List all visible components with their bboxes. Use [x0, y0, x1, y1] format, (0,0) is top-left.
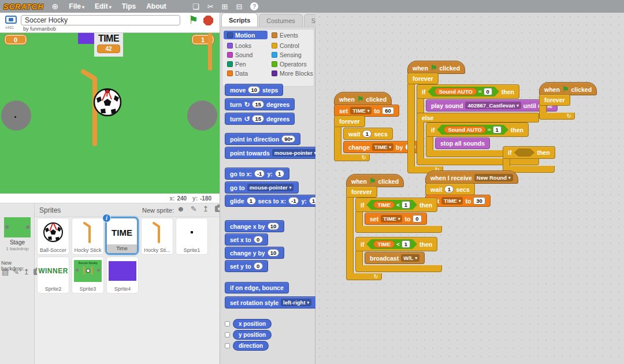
if-header[interactable]: if Sound AUTO = 0 then — [417, 84, 519, 99]
right-hockey-stick-sprite[interactable] — [208, 33, 212, 70]
checkbox[interactable] — [225, 321, 230, 326]
var-dropdown[interactable]: TIME▾ — [381, 215, 402, 222]
if-header[interactable]: if Sound AUTO = 1 then — [426, 122, 529, 137]
block-go-to[interactable]: go to mouse-pointer▾ — [225, 181, 299, 194]
script-time-check[interactable]: when ⚑ clicked forever if TIME < 1 then — [346, 174, 442, 280]
variable-pill[interactable]: TIME — [373, 201, 395, 209]
script-empty-if[interactable]: if then — [503, 147, 555, 173]
block-move[interactable]: move 10 steps — [225, 84, 283, 96]
num-input[interactable]: 30 — [473, 197, 485, 205]
project-title-input[interactable] — [21, 15, 180, 25]
block-go-to-xy[interactable]: go to x: -1 y: 1 — [225, 168, 289, 180]
block-turn-ccw[interactable]: turn ↺ 15 degrees — [225, 113, 295, 125]
num-input[interactable]: 0 — [254, 236, 263, 243]
checkbox[interactable] — [225, 343, 230, 348]
category-operators[interactable]: Operators — [272, 61, 307, 68]
if-header[interactable]: if TIME < 1 then — [355, 198, 437, 212]
sprite-sprite2[interactable]: WINNER Sprite2 — [37, 257, 69, 294]
num-input[interactable]: 1 — [402, 240, 410, 248]
set-variable-block[interactable]: set TIME▾ to 0 — [365, 213, 427, 225]
equals-operator[interactable]: Sound AUTO = 0 — [428, 87, 499, 96]
sprite-sprite4[interactable]: Sprite4 — [106, 257, 139, 294]
block-turn-cw[interactable]: turn ↻ 15 degrees — [225, 98, 295, 110]
num-input[interactable]: 15 — [252, 115, 264, 122]
stop-button[interactable] — [203, 16, 213, 25]
sprite-sprite3[interactable]: Soccer Hocky Sprite3 — [72, 257, 104, 294]
category-looks[interactable]: Looks — [227, 42, 251, 49]
stop-all-sounds-block[interactable]: stop all sounds — [435, 138, 490, 149]
block-set-rotation-style[interactable]: set rotation style left-right▾ — [225, 296, 317, 309]
forever-block[interactable]: forever if TIME < 1 then — [346, 187, 442, 280]
num-input[interactable]: -1 — [254, 170, 265, 177]
if-block[interactable]: if TIME < 1 then broadcast — [355, 237, 442, 272]
stage-viewport[interactable]: 0 1 TIME 42 — [0, 33, 220, 194]
num-input[interactable]: 15 — [252, 101, 264, 108]
num-input[interactable]: 10 — [268, 249, 280, 257]
menu-tips[interactable]: Tips — [122, 2, 136, 10]
shrink-icon[interactable]: ⊟ — [236, 3, 242, 10]
stage-thumbnail[interactable] — [4, 217, 31, 237]
reporter-pill[interactable]: x position — [233, 319, 272, 329]
num-input[interactable]: 60 — [382, 107, 394, 114]
tab-costumes[interactable]: Costumes — [259, 14, 303, 27]
menu-file[interactable]: File▾ — [69, 2, 84, 10]
target-dropdown[interactable]: mouse-pointer▾ — [247, 184, 294, 191]
paint-brush-icon[interactable]: ✎ — [13, 268, 19, 276]
reporter-pill[interactable]: y position — [233, 330, 272, 340]
sprite-hocky-stick[interactable]: Hocky Stick — [72, 218, 104, 255]
set-variable-block[interactable]: set TIME▾ to 60 — [334, 105, 399, 117]
num-input[interactable]: -1 — [288, 197, 299, 205]
menu-about[interactable]: About — [146, 2, 166, 10]
forever-header[interactable]: forever — [539, 94, 570, 106]
reporter-pill[interactable]: direction — [233, 341, 269, 351]
var-dropdown[interactable]: TIME▾ — [441, 197, 463, 205]
category-sensing[interactable]: Sensing — [272, 51, 302, 58]
num-input[interactable]: 10 — [268, 222, 280, 230]
when-flag-clicked-block[interactable]: when ⚑ clicked — [539, 82, 597, 95]
category-control[interactable]: Control — [272, 42, 299, 49]
num-input[interactable]: 1 — [247, 197, 256, 205]
category-data[interactable]: Data — [227, 70, 248, 77]
if-block[interactable]: if TIME < 1 then set TIME — [355, 198, 442, 233]
help-icon[interactable]: ? — [250, 2, 258, 10]
category-sound[interactable]: Sound — [227, 51, 252, 58]
block-change-x[interactable]: change x by 10 — [225, 220, 284, 232]
sprite-hocky-stick-2[interactable]: Hocky Sti... — [141, 218, 173, 255]
broadcast-dropdown[interactable]: New Round▾ — [474, 174, 513, 181]
scratch-logo[interactable]: SCRATCH — [3, 2, 44, 11]
target-dropdown[interactable]: mouse-pointer▾ — [272, 149, 319, 157]
forever-header[interactable]: forever — [407, 73, 439, 84]
forever-block[interactable]: forever ↻ — [539, 95, 575, 120]
menu-edit[interactable]: Edit▾ — [95, 2, 112, 10]
num-input[interactable]: 0 — [413, 215, 421, 222]
play-sound-until-done-block[interactable]: play sound 402867_Castlevan▾ until done — [426, 99, 558, 112]
if-block[interactable]: if then — [503, 147, 555, 173]
delete-icon[interactable]: ✂ — [207, 3, 214, 10]
broadcast-dropdown[interactable]: W/L▾ — [401, 254, 419, 262]
block-change-y[interactable]: change y by 10 — [225, 247, 284, 259]
soccer-ball-sprite[interactable] — [93, 88, 122, 117]
sprite-ball-soccer[interactable]: Ball-Soccer — [37, 218, 69, 255]
rotation-dropdown[interactable]: left-right▾ — [281, 299, 311, 306]
num-input[interactable]: 1 — [493, 126, 502, 133]
language-globe-icon[interactable]: ⊕ — [52, 2, 59, 11]
grow-icon[interactable]: ⊞ — [222, 3, 228, 10]
wait-block[interactable]: wait 1 secs — [343, 128, 393, 140]
empty-boolean-slot[interactable] — [514, 148, 534, 157]
category-motion[interactable]: Motion — [224, 31, 268, 39]
forever-header[interactable]: forever — [346, 186, 377, 198]
variable-pill[interactable]: TIME — [373, 240, 395, 248]
time-display-sprite[interactable]: TIME 42 — [94, 33, 123, 57]
block-point-in-direction[interactable]: point in direction 90▾ — [225, 133, 300, 145]
num-input[interactable]: 10 — [248, 86, 260, 94]
category-pen[interactable]: Pen — [227, 61, 246, 68]
if-header[interactable]: if then — [503, 146, 555, 159]
num-input[interactable]: 1 — [362, 130, 372, 138]
block-set-y[interactable]: set y to 0 — [225, 260, 268, 272]
if-header[interactable]: if TIME < 1 then — [355, 237, 437, 251]
var-dropdown[interactable]: TIME▾ — [350, 107, 372, 114]
num-input[interactable]: 1 — [444, 185, 454, 193]
num-input[interactable]: 1 — [275, 170, 284, 177]
duplicate-icon[interactable]: ❏ — [192, 3, 199, 10]
less-than-operator[interactable]: TIME < 1 — [366, 200, 417, 210]
